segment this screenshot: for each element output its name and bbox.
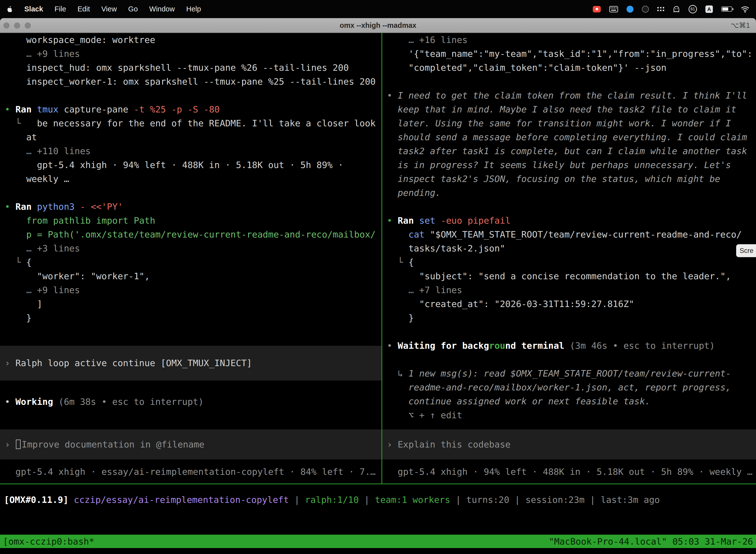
- terminal-line: "created_at": "2026-03-31T11:59:27.816Z": [387, 297, 756, 311]
- menu-item-file[interactable]: File: [55, 5, 66, 13]
- terminal-line: weekly …: [5, 172, 381, 186]
- battery-gauge-icon[interactable]: 61: [689, 5, 697, 13]
- zoom-button[interactable]: [25, 22, 31, 29]
- terminal-line: • Ran python3 - <<'PY': [5, 200, 381, 214]
- terminal-window: workspace_mode: worktree … +9 lines insp…: [0, 33, 756, 554]
- minimize-button[interactable]: [14, 22, 20, 29]
- terminal-line: … +3 lines: [5, 241, 381, 256]
- terminal-line: "completed","claim_token":"claim-token"}…: [387, 61, 756, 75]
- terminal-line: [387, 75, 756, 89]
- terminal-line: }: [5, 311, 381, 325]
- terminal-line: └ be necessary for the end of the README…: [5, 116, 381, 130]
- terminal-line: • I need to get the claim token from the…: [387, 89, 756, 103]
- keyboard-icon[interactable]: [609, 6, 618, 12]
- terminal-line: … +110 lines: [5, 144, 381, 158]
- terminal-line: [5, 186, 381, 200]
- menu-item-edit[interactable]: Edit: [78, 5, 90, 13]
- terminal-line: • Waiting for background terminal (3m 46…: [387, 339, 756, 353]
- tmux-session-name: [omx-cczip0:bash*: [3, 536, 94, 547]
- ghost-icon[interactable]: [673, 5, 680, 13]
- terminal-line: continue assigned work or next feasible …: [387, 394, 756, 408]
- terminal-line: readme-and-reco/mailbox/worker-1.json, a…: [387, 381, 756, 394]
- menu-app-name[interactable]: Slack: [24, 5, 43, 13]
- terminal-line: • Ran tmux capture-pane -t %25 -p -S -80: [5, 103, 381, 116]
- pane-divider-horizontal[interactable]: [0, 484, 756, 484]
- prompt-input-right[interactable]: › Explain this codebase: [382, 429, 756, 459]
- terminal-line: … +9 lines: [5, 47, 381, 61]
- working-status-line: • Working (6m 38s • esc to interrupt): [0, 395, 381, 409]
- left-pane-lines: workspace_mode: worktree … +9 lines insp…: [0, 33, 381, 325]
- terminal-line: ⌥ + ↑ edit: [387, 408, 756, 422]
- right-pane-lines: … +16 lines '{"team_name":"my-team","tas…: [382, 33, 756, 422]
- terminal-line: [OMX#0.11.9] cczip/essay/ai-reimplementa…: [4, 493, 756, 507]
- terminal-line: └ {: [5, 256, 381, 269]
- prompt-placeholder: Improve documentation in @filename: [21, 439, 204, 449]
- ralph-loop-banner: › Ralph loop active continue [OMX_TMUX_I…: [0, 346, 381, 381]
- prompt-text: Explain this codebase: [397, 439, 510, 449]
- grid-dots-icon[interactable]: [657, 7, 664, 11]
- apple-menu-icon[interactable]: [6, 5, 13, 13]
- terminal-line: later. Using the same for transition mig…: [387, 116, 756, 130]
- left-pane[interactable]: workspace_mode: worktree … +9 lines insp…: [0, 33, 381, 484]
- terminal-line: workspace_mode: worktree: [5, 33, 381, 47]
- terminal-line: cat "$OMX_TEAM_STATE_ROOT/team/review-cu…: [387, 228, 756, 241]
- terminal-line: ]: [5, 297, 381, 311]
- pane-divider-vertical[interactable]: [381, 33, 382, 484]
- gauge-value: 61: [691, 7, 695, 11]
- terminal-line: }: [387, 311, 756, 325]
- terminal-line: gpt-5.4 xhigh · 94% left · 488K in · 5.1…: [5, 158, 381, 172]
- traffic-lights: [3, 22, 31, 29]
- terminal-line: … +9 lines: [5, 283, 381, 297]
- terminal-line: should send a message before completing …: [387, 130, 756, 144]
- terminal-line: '{"team_name":"my-team","task_id":"1","f…: [387, 47, 756, 61]
- terminal-line: p = Path('.omx/state/team/review-current…: [5, 228, 381, 241]
- screen-record-icon[interactable]: [593, 6, 601, 12]
- window-shortcut: ⌥⌘1: [731, 18, 750, 33]
- screen-notification[interactable]: Scre: [736, 244, 756, 257]
- terminal-line: • Working (6m 38s • esc to interrupt): [5, 395, 381, 409]
- menu-item-go[interactable]: Go: [128, 5, 138, 13]
- terminal-line: ↳ 1 new msg(s): read $OMX_TEAM_STATE_ROO…: [387, 367, 756, 381]
- terminal-line: keep that in mind. Maybe I also need the…: [387, 103, 756, 116]
- terminal-line: "worker": "worker-1",: [5, 269, 381, 283]
- terminal-line: "subject": "send a concise recommendatio…: [387, 269, 756, 283]
- right-pane[interactable]: … +16 lines '{"team_name":"my-team","tas…: [382, 33, 756, 484]
- window-title: omx --xhigh --madmax: [339, 21, 416, 30]
- terminal-line: … +7 lines: [387, 283, 756, 297]
- terminal-line: inspect_worker-1: omx sparkshell --tmux-…: [5, 75, 381, 89]
- window-titlebar[interactable]: omx --xhigh --madmax ⌥⌘1: [0, 18, 756, 33]
- prompt-chevron-icon: ›: [5, 439, 15, 449]
- wifi-icon[interactable]: [741, 6, 750, 13]
- battery-icon[interactable]: [721, 6, 732, 12]
- terminal-line: tasks/task-2.json": [387, 241, 756, 256]
- menu-item-window[interactable]: Window: [149, 5, 175, 13]
- screen-notification-text: Scre: [740, 247, 754, 255]
- dark-app-icon[interactable]: [642, 6, 649, 13]
- menu-bar: Slack File Edit View Go Window Help 61 A: [0, 0, 756, 18]
- prompt-input-left[interactable]: › Improve documentation in @filename: [0, 429, 381, 459]
- text-cursor: [16, 440, 20, 449]
- terminal-line: └ {: [387, 256, 756, 269]
- blue-app-icon[interactable]: [627, 6, 633, 13]
- terminal-line: pending.: [387, 186, 756, 200]
- terminal-line: inspect_hud: omx sparkshell --tmux-pane …: [5, 61, 381, 75]
- omx-status-line: [OMX#0.11.9] cczip/essay/ai-reimplementa…: [0, 493, 756, 507]
- terminal-line: at: [5, 130, 381, 144]
- terminal-line: [387, 353, 756, 367]
- close-button[interactable]: [3, 22, 9, 29]
- terminal-line: [387, 325, 756, 339]
- ralph-loop-text: › Ralph loop active continue [OMX_TMUX_I…: [0, 356, 381, 370]
- input-source-label: A: [707, 6, 711, 12]
- input-source-icon[interactable]: A: [705, 5, 713, 13]
- prompt-chevron-icon: ›: [387, 439, 397, 449]
- terminal-line: • Ran set -euo pipefail: [387, 214, 756, 228]
- menu-item-help[interactable]: Help: [186, 5, 201, 13]
- terminal-line: … +16 lines: [387, 33, 756, 47]
- terminal-line: task2 after task1 is complete, but can I…: [387, 144, 756, 158]
- pane-footer-left: gpt-5.4 xhigh · essay/ai-reimplementatio…: [0, 465, 381, 479]
- terminal-line: [387, 200, 756, 214]
- menu-item-view[interactable]: View: [102, 5, 117, 13]
- terminal-line: is in progress? It seems likely but perh…: [387, 158, 756, 172]
- terminal-line: from pathlib import Path: [5, 214, 381, 228]
- terminal-line: inspect task2's JSON, focusing on the st…: [387, 172, 756, 186]
